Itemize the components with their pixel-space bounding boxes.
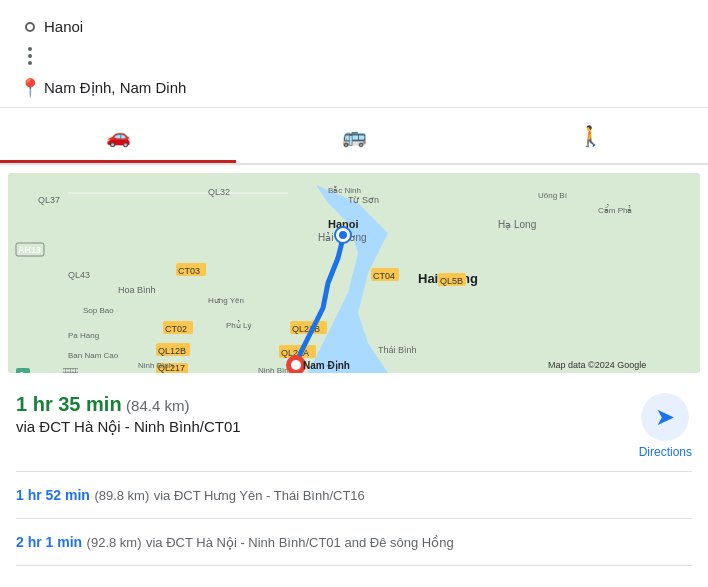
- alt-route-2-distance: (92.8 km): [87, 535, 142, 550]
- svg-text:Hạ Long: Hạ Long: [498, 219, 536, 230]
- alt-route-2-time: 2 hr 1 min: [16, 534, 82, 550]
- primary-route-info: 1 hr 35 min (84.4 km) via ĐCT Hà Nội - N…: [16, 393, 627, 436]
- alt-route-2[interactable]: 2 hr 1 min (92.8 km) via ĐCT Hà Nội - Ni…: [16, 519, 692, 566]
- primary-route-distance: (84.4 km): [126, 397, 189, 414]
- origin-icon: [25, 22, 35, 32]
- svg-text:6: 6: [19, 370, 24, 373]
- drive-icon: 🚗: [106, 124, 131, 148]
- directions-label: Directions: [639, 445, 692, 459]
- transit-icon: 🚌: [342, 124, 367, 148]
- svg-text:CT04: CT04: [373, 271, 395, 281]
- alt-route-1[interactable]: 1 hr 52 min (89.8 km) via ĐCT Hưng Yên -…: [16, 472, 692, 519]
- svg-text:QL43: QL43: [68, 270, 90, 280]
- svg-text:Hoa Bình: Hoa Bình: [118, 285, 156, 295]
- route-dots: [16, 43, 44, 69]
- svg-text:ꞮꞮꞮ: ꞮꞮꞮ: [63, 366, 78, 373]
- svg-text:Bắc Ninh: Bắc Ninh: [328, 186, 361, 195]
- svg-text:CT03: CT03: [178, 266, 200, 276]
- svg-text:QL5B: QL5B: [440, 276, 463, 286]
- svg-point-41: [339, 231, 347, 239]
- destination-input[interactable]: [44, 80, 692, 97]
- svg-text:Hưng Yên: Hưng Yên: [208, 296, 244, 305]
- origin-input[interactable]: [44, 18, 692, 35]
- svg-text:Ban Nam Cao: Ban Nam Cao: [68, 351, 119, 360]
- directions-arrow-icon: ➤: [655, 403, 675, 431]
- walk-icon: 🚶: [578, 124, 603, 148]
- origin-row: [16, 10, 692, 43]
- map-svg: QL37 QL32 AH13 QL43 CT03 CT02 QL12B QL21…: [8, 173, 700, 373]
- svg-text:Cẩm Phả: Cẩm Phả: [598, 204, 632, 215]
- tab-walk[interactable]: 🚶: [472, 112, 708, 163]
- svg-text:CT02: CT02: [165, 324, 187, 334]
- svg-text:QL32: QL32: [208, 187, 230, 197]
- alt-route-1-via: via ĐCT Hưng Yên - Thái Bình/CT16: [154, 488, 365, 503]
- alt-route-1-time: 1 hr 52 min: [16, 487, 90, 503]
- svg-point-43: [291, 360, 301, 370]
- origin-icon-wrap: [16, 22, 44, 32]
- dot-3: [28, 61, 32, 65]
- dot-1: [28, 47, 32, 51]
- svg-text:Từ Sơn: Từ Sơn: [348, 195, 379, 205]
- tab-transit[interactable]: 🚌: [236, 112, 472, 163]
- primary-route: 1 hr 35 min (84.4 km) via ĐCT Hà Nội - N…: [16, 393, 692, 472]
- svg-text:Sop Bao: Sop Bao: [83, 306, 114, 315]
- svg-text:QL12B: QL12B: [158, 346, 186, 356]
- map-container[interactable]: QL37 QL32 AH13 QL43 CT03 CT02 QL12B QL21…: [8, 173, 700, 373]
- directions-btn-wrap: ➤ Directions: [639, 393, 692, 459]
- dot-2: [28, 54, 32, 58]
- alt-route-2-via: via ĐCT Hà Nội - Ninh Bình/CT01 and Đê s…: [146, 535, 454, 550]
- primary-route-time-line: 1 hr 35 min (84.4 km): [16, 393, 627, 416]
- alt-route-1-distance: (89.8 km): [94, 488, 149, 503]
- transport-tabs: 🚗 🚌 🚶: [0, 112, 708, 165]
- tab-drive[interactable]: 🚗: [0, 112, 236, 163]
- svg-text:Phủ Lý: Phủ Lý: [226, 320, 251, 330]
- destination-row: 📍: [16, 69, 692, 107]
- search-section: 📍: [0, 0, 708, 108]
- svg-text:Pa Hang: Pa Hang: [68, 331, 99, 340]
- primary-route-time: 1 hr 35 min: [16, 393, 122, 415]
- svg-text:Uông Bí: Uông Bí: [538, 191, 568, 200]
- svg-text:Thái Bình: Thái Bình: [378, 345, 417, 355]
- svg-text:Ninh Bình: Ninh Bình: [138, 361, 173, 370]
- svg-text:AH13: AH13: [18, 245, 41, 255]
- results-section: 1 hr 35 min (84.4 km) via ĐCT Hà Nội - N…: [0, 381, 708, 566]
- svg-text:Nam Định: Nam Định: [303, 360, 350, 371]
- destination-icon-wrap: 📍: [16, 77, 44, 99]
- directions-button[interactable]: ➤: [641, 393, 689, 441]
- svg-text:Map data ©2024 Google: Map data ©2024 Google: [548, 360, 646, 370]
- pin-icon: 📍: [19, 77, 41, 99]
- primary-route-desc: via ĐCT Hà Nội - Ninh Bình/CT01: [16, 418, 627, 436]
- svg-text:QL37: QL37: [38, 195, 60, 205]
